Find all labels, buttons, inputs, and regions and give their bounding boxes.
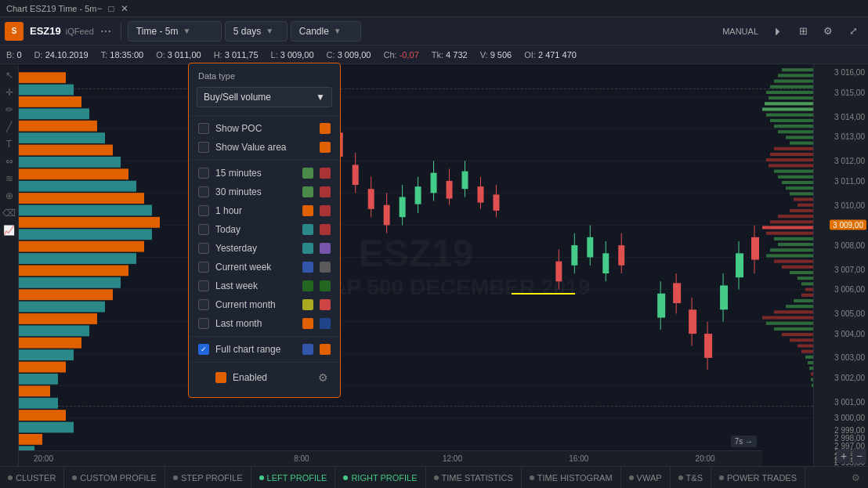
30min-color2[interactable] xyxy=(320,186,331,197)
zoom-tool[interactable]: ⊕ xyxy=(2,188,17,204)
time-statistics-button[interactable]: TIME STATISTICS xyxy=(426,467,522,488)
15min-color1[interactable] xyxy=(302,168,313,179)
maximize-button[interactable]: □ xyxy=(109,3,114,14)
timeframe-dropdown[interactable]: Time - 5m ▼ xyxy=(128,21,222,42)
svg-rect-21 xyxy=(353,164,359,185)
today-row[interactable]: Today xyxy=(189,220,340,239)
current-week-color2[interactable] xyxy=(320,262,331,273)
indicator-tool[interactable]: 📈 xyxy=(2,222,17,238)
full-chart-range-checkbox[interactable] xyxy=(198,344,209,355)
last-month-checkbox[interactable] xyxy=(198,318,209,329)
30min-checkbox[interactable] xyxy=(198,186,209,197)
svg-rect-25 xyxy=(384,205,390,226)
ts-button[interactable]: T&S xyxy=(671,467,711,488)
today-checkbox[interactable] xyxy=(198,224,209,235)
range-dropdown[interactable]: 5 days ▼ xyxy=(225,21,288,42)
30min-color1[interactable] xyxy=(302,186,313,197)
eraser-tool[interactable]: ⌫ xyxy=(2,205,17,221)
vwap-button[interactable]: VWAP xyxy=(621,467,671,488)
enabled-settings-icon[interactable]: ⚙ xyxy=(315,370,331,385)
yesterday-color1[interactable] xyxy=(302,243,313,254)
last-month-color2[interactable] xyxy=(320,318,331,329)
show-value-area-row[interactable]: Show Value area xyxy=(189,138,340,157)
show-poc-color[interactable] xyxy=(320,123,331,134)
power-trades-dot xyxy=(719,475,724,480)
last-week-color1[interactable] xyxy=(302,280,313,291)
symbol-menu-button[interactable]: ⋯ xyxy=(97,23,114,39)
1hour-color2[interactable] xyxy=(320,205,331,216)
main-area: ↖ ✛ ✏ ╱ T ⇔ ≋ ⊕ ⌫ 📈 ESZ19 E-MINI S&P 500… xyxy=(0,64,868,466)
last-month-color1[interactable] xyxy=(302,318,313,329)
current-month-row[interactable]: Current month xyxy=(189,295,340,314)
step-profile-button[interactable]: STEP PROFILE xyxy=(165,467,251,488)
zoom-out-button[interactable]: − xyxy=(852,449,866,463)
today-color1[interactable] xyxy=(302,224,313,235)
minimize-button[interactable]: − xyxy=(97,3,103,14)
yesterday-color2[interactable] xyxy=(320,243,331,254)
right-profile-button[interactable]: RIGHT PROFILE xyxy=(335,467,425,488)
charttype-arrow-icon: ▼ xyxy=(334,27,342,35)
text-tool[interactable]: T xyxy=(2,136,17,152)
draw-tool[interactable]: ✏ xyxy=(2,102,17,117)
show-poc-checkbox[interactable] xyxy=(198,123,209,134)
last-week-checkbox[interactable] xyxy=(198,280,209,291)
grid-button[interactable]: ⊞ xyxy=(793,21,813,42)
current-week-checkbox[interactable] xyxy=(198,262,209,273)
1hour-checkbox[interactable] xyxy=(198,205,209,216)
custom-profile-button[interactable]: CUSTOM PROFILE xyxy=(64,467,165,488)
svg-rect-45 xyxy=(587,237,593,258)
current-week-row[interactable]: Current week xyxy=(189,258,340,277)
full-chart-range-row[interactable]: Full chart range xyxy=(189,340,340,359)
1hour-color1[interactable] xyxy=(302,205,313,216)
time-histogram-button[interactable]: TIME HISTOGRAM xyxy=(522,467,621,488)
last-week-label: Last week xyxy=(215,280,296,291)
left-profile-button[interactable]: LEFT PROFILE xyxy=(251,467,336,488)
15min-color2[interactable] xyxy=(320,168,331,179)
30min-row[interactable]: 30 minutes xyxy=(189,183,340,201)
svg-rect-23 xyxy=(368,189,374,209)
show-poc-row[interactable]: Show POC xyxy=(189,119,340,138)
chart-area[interactable]: ESZ19 E-MINI S&P 500 DECEMBER 2019 xyxy=(19,64,813,466)
replay-button[interactable]: ⏵ xyxy=(768,21,788,42)
15min-row[interactable]: 15 minutes xyxy=(189,164,340,183)
svg-rect-88 xyxy=(797,204,813,207)
cluster-button[interactable]: CLUSTER xyxy=(0,467,64,488)
1hour-row[interactable]: 1 hour xyxy=(189,201,340,220)
show-value-area-checkbox[interactable] xyxy=(198,142,209,153)
last-month-row[interactable]: Last month xyxy=(189,314,340,333)
data-type-select[interactable]: Buy/Sell volume ▼ xyxy=(197,87,332,107)
cursor-tool[interactable]: ↖ xyxy=(2,67,17,83)
current-month-color1[interactable] xyxy=(302,299,313,310)
full-chart-range-color2[interactable] xyxy=(320,344,331,355)
custom-profile-label: CUSTOM PROFILE xyxy=(80,473,157,483)
settings-button[interactable]: ⚙ xyxy=(818,21,838,42)
full-chart-range-color1[interactable] xyxy=(302,344,313,355)
svg-rect-115 xyxy=(805,356,813,359)
time-label-5: 20:00 xyxy=(696,454,715,463)
power-trades-button[interactable]: POWER TRADES xyxy=(711,467,805,488)
bottom-settings-button[interactable]: ⚙ xyxy=(844,472,868,483)
current-month-checkbox[interactable] xyxy=(198,299,209,310)
svg-rect-73 xyxy=(770,119,813,122)
full-chart-range-label: Full chart range xyxy=(215,344,296,355)
enabled-color[interactable] xyxy=(215,372,226,383)
ruler-tool[interactable]: ⇔ xyxy=(2,154,17,169)
current-month-color2[interactable] xyxy=(320,299,331,310)
close-button[interactable]: ✕ xyxy=(121,3,128,14)
charttype-dropdown[interactable]: Candle ▼ xyxy=(291,21,361,42)
yesterday-checkbox[interactable] xyxy=(198,243,209,254)
last-week-color2[interactable] xyxy=(320,280,331,291)
fib-tool[interactable]: ≋ xyxy=(2,171,17,186)
yesterday-row[interactable]: Yesterday xyxy=(189,239,340,258)
enabled-row[interactable]: Enabled ⚙ xyxy=(189,366,340,389)
data-tk: Tk: 4 732 xyxy=(432,50,468,60)
zoom-in-button[interactable]: + xyxy=(837,449,851,463)
crosshair-tool[interactable]: ✛ xyxy=(2,85,17,100)
current-week-color1[interactable] xyxy=(302,262,313,273)
today-color2[interactable] xyxy=(320,224,331,235)
last-week-row[interactable]: Last week xyxy=(189,277,340,295)
expand-button[interactable]: ⤢ xyxy=(843,21,863,42)
show-value-area-color[interactable] xyxy=(320,142,331,153)
line-tool[interactable]: ╱ xyxy=(2,119,17,135)
15min-checkbox[interactable] xyxy=(198,168,209,179)
